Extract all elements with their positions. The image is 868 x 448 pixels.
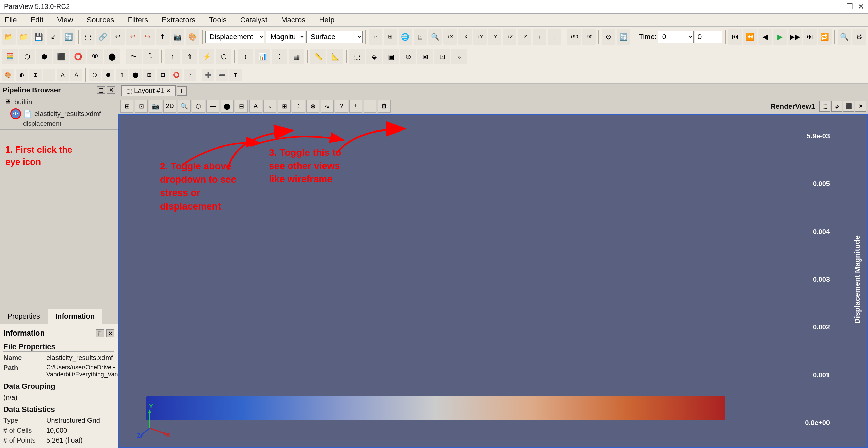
loop-btn[interactable]: 🔁 <box>818 29 832 45</box>
menu-edit[interactable]: Edit <box>28 15 45 25</box>
add-camera-btn[interactable]: ➕ <box>202 69 214 81</box>
quiver-btn[interactable]: ⇑ <box>182 49 197 64</box>
undo-btn[interactable]: ↩ <box>126 29 140 45</box>
view-rotate-neg-btn[interactable]: ↓ <box>548 29 561 45</box>
minimize-btn[interactable]: — <box>834 2 841 11</box>
grow-selection-btn[interactable]: ⊕ <box>400 49 416 64</box>
legend-btn[interactable]: A <box>57 69 69 81</box>
view-y-pos-btn[interactable]: +Y <box>473 29 487 45</box>
load-state-btn[interactable]: ↙ <box>47 29 60 45</box>
deselect-btn[interactable]: ⊡ <box>434 49 450 64</box>
menu-sources[interactable]: Sources <box>85 15 116 25</box>
probe-btn[interactable]: ⬡ <box>216 49 231 64</box>
prev-btn[interactable]: ◀ <box>758 29 772 45</box>
last-frame-btn[interactable]: ⏭ <box>803 29 817 45</box>
select-frustum-btn[interactable]: ▣ <box>383 49 399 64</box>
pipeline-detach-btn[interactable]: ⬚ <box>97 86 105 94</box>
edit-legend-btn[interactable]: Å <box>70 69 82 81</box>
reset-camera-btn[interactable]: ⊞ <box>384 29 397 45</box>
select-box-btn[interactable]: ⬚ <box>349 49 365 64</box>
warp-vector-btn[interactable]: ⇑ <box>116 69 128 81</box>
color-map-btn[interactable]: 🎨 <box>2 69 14 81</box>
scatter-btn[interactable]: ⁚ <box>272 49 287 64</box>
opacity-btn[interactable]: ◐ <box>16 69 28 81</box>
menu-filters[interactable]: Filters <box>126 15 150 25</box>
tab-properties[interactable]: Properties <box>0 309 48 324</box>
prev-frame-btn[interactable]: ⏪ <box>743 29 757 45</box>
view-north-btn[interactable]: ⊡ <box>414 29 427 45</box>
warp-btn[interactable]: ⤵ <box>143 49 159 64</box>
info-close-btn[interactable]: ✕ <box>106 329 114 337</box>
view-rotate-pos-btn[interactable]: ↑ <box>533 29 546 45</box>
time-input[interactable] <box>695 31 722 43</box>
slice-view-btn[interactable]: A <box>249 100 262 113</box>
interactive-select-btn[interactable]: ⬦ <box>451 49 467 64</box>
screenshot-view-btn[interactable]: 📷 <box>149 100 162 113</box>
menu-extractors[interactable]: Extractors <box>160 15 197 25</box>
reset-camera-x-pos-btn[interactable]: ↔ <box>369 29 382 45</box>
next-btn[interactable]: ▶▶ <box>788 29 802 45</box>
pts-view-btn[interactable]: ⁚ <box>292 100 305 113</box>
menu-macros[interactable]: Macros <box>279 15 307 25</box>
render-canvas[interactable]: 5.9e-03 0.005 0.004 0.003 0.002 0.001 0.… <box>118 114 868 448</box>
threshold-btn[interactable]: ⬛ <box>53 49 69 64</box>
rep-btn-6[interactable]: ⊡ <box>157 69 169 81</box>
volume-rendering-btn[interactable]: ⬡ <box>89 69 101 81</box>
view-z-pos-btn[interactable]: +Z <box>503 29 516 45</box>
resize-btn[interactable]: ↕ <box>238 49 253 64</box>
zoom-view-btn[interactable]: 🔍 <box>178 100 191 113</box>
array-dropdown[interactable]: Displacement <box>205 31 264 43</box>
delete-btn[interactable]: 🗑 <box>229 69 242 81</box>
remove-camera-btn[interactable]: ➖ <box>216 69 228 81</box>
slice-btn[interactable]: ⬢ <box>36 49 52 64</box>
representation-dropdown[interactable]: Surface <box>306 31 363 43</box>
tab-information[interactable]: Information <box>48 309 103 324</box>
import-btn[interactable]: ⬆ <box>156 29 170 45</box>
view-y-neg-btn[interactable]: -Y <box>488 29 502 45</box>
connect-btn[interactable]: 🔗 <box>96 29 110 45</box>
view-x-pos-btn[interactable]: +X <box>443 29 457 45</box>
chart-btn[interactable]: 📊 <box>255 49 270 64</box>
2d-view-btn[interactable]: 2D <box>163 100 176 113</box>
start-trace-btn[interactable]: ⬚ <box>81 29 95 45</box>
outline-view-btn[interactable]: ⊟ <box>235 100 248 113</box>
menu-catalyst[interactable]: Catalyst <box>238 15 269 25</box>
delete-view-btn[interactable]: 🗑 <box>378 100 391 113</box>
layout-tab-close-btn[interactable]: ✕ <box>166 88 171 94</box>
calculator-btn[interactable]: 🧮 <box>2 49 18 64</box>
select-poly-btn[interactable]: ⬙ <box>366 49 382 64</box>
open-file-btn[interactable]: 📂 <box>2 29 16 45</box>
zoom-to-data-btn[interactable]: ⊡ <box>135 100 148 113</box>
pick3-view-btn[interactable]: ? <box>335 100 348 113</box>
ruler-btn[interactable]: 📏 <box>310 49 326 64</box>
rep-btn-5[interactable]: ⊞ <box>143 69 155 81</box>
close-btn[interactable]: ✕ <box>858 2 864 11</box>
single-view-btn[interactable]: ⬚ <box>819 101 830 112</box>
pick-view-btn[interactable]: ⊕ <box>306 100 319 113</box>
menu-help[interactable]: Help <box>317 15 336 25</box>
save-btn[interactable]: 💾 <box>32 29 46 45</box>
play-btn[interactable]: ▶ <box>773 29 787 45</box>
settings-btn[interactable]: ⚙ <box>852 29 866 45</box>
split-h-btn[interactable]: ⬙ <box>831 101 842 112</box>
transform-btn[interactable]: ⬤ <box>104 49 120 64</box>
reset-view-btn[interactable]: ⊙ <box>602 29 615 45</box>
rescale-btn[interactable]: ⊞ <box>29 69 42 81</box>
file-item[interactable]: 👁 📄 elasticity_results.xdmf <box>3 108 115 120</box>
flip-normals-btn[interactable]: ⬢ <box>102 69 114 81</box>
maximize-btn[interactable]: ❐ <box>846 2 853 11</box>
select-all-btn[interactable]: ⊠ <box>417 49 433 64</box>
select-view-btn[interactable]: ⬦ <box>263 100 276 113</box>
close-view-btn[interactable]: ✕ <box>855 101 866 112</box>
rescale-range-btn[interactable]: ↔ <box>43 69 55 81</box>
glyph-btn[interactable]: ↑ <box>165 49 180 64</box>
export-btn[interactable]: 📷 <box>171 29 184 45</box>
clip-view-btn[interactable]: ⊞ <box>278 100 291 113</box>
window-controls[interactable]: — ❐ ✕ <box>834 2 864 11</box>
eye-btn-container[interactable]: 👁 <box>11 109 20 119</box>
info-detach-btn[interactable]: ⬚ <box>96 329 104 337</box>
custom-filter-btn[interactable]: ⚡ <box>199 49 214 64</box>
protractor-btn[interactable]: 📐 <box>327 49 343 64</box>
add-view-btn[interactable]: + <box>349 100 362 113</box>
split-v-btn[interactable]: ⬛ <box>843 101 854 112</box>
